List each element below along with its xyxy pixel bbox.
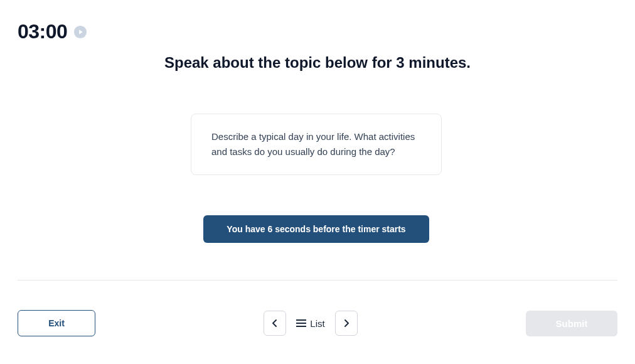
divider [18, 280, 617, 281]
chevron-left-icon [272, 319, 278, 328]
submit-button[interactable]: Submit [526, 311, 617, 336]
countdown-text: You have 6 seconds before the timer star… [227, 224, 405, 234]
list-label: List [310, 318, 324, 329]
chevron-right-icon [343, 319, 350, 328]
list-icon [296, 319, 306, 327]
instruction-heading: Speak about the topic below for 3 minute… [0, 54, 635, 72]
prev-button[interactable] [264, 311, 286, 336]
next-button[interactable] [335, 311, 358, 336]
prompt-card: Describe a typical day in your life. Wha… [191, 114, 442, 175]
play-icon[interactable] [73, 25, 87, 39]
footer: Exit List Submit [18, 310, 617, 336]
exit-button[interactable]: Exit [18, 310, 95, 336]
timer-display: 03:00 [18, 20, 67, 43]
nav-group: List [264, 311, 357, 336]
timer-row: 03:00 [18, 20, 87, 43]
countdown-banner: You have 6 seconds before the timer star… [203, 215, 429, 243]
prompt-text: Describe a typical day in your life. Wha… [211, 131, 415, 157]
list-button[interactable]: List [292, 318, 328, 329]
